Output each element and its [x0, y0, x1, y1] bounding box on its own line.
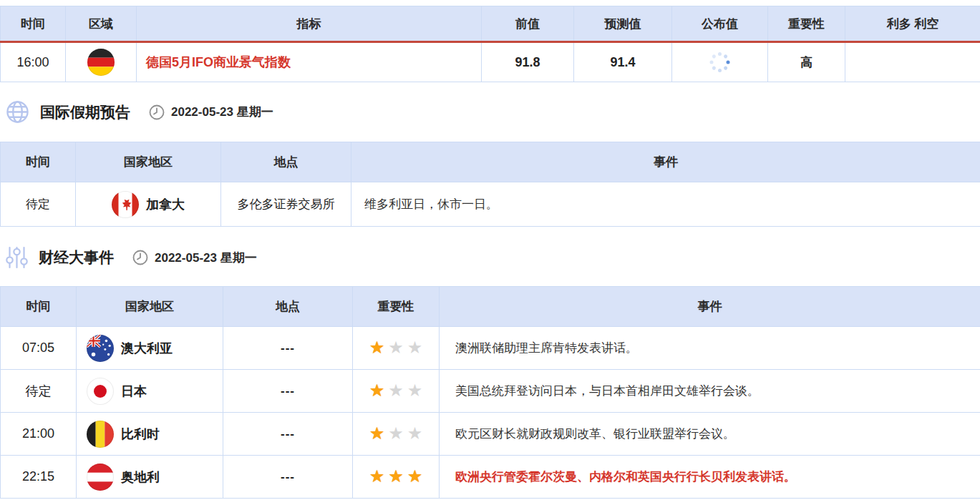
event-row[interactable]: 07:05 澳大利亚 --- ★★★ 澳洲联储助理主席肯特发表讲话。 [1, 327, 980, 370]
importance-cell: ★★★ [353, 370, 440, 413]
indicator-table-header-row: 时间 区域 指标 前值 预测值 公布值 重要性 利多 利空 [1, 6, 980, 42]
star-icon: ★ [388, 382, 404, 399]
star-icon: ★ [369, 425, 385, 442]
location-cell: --- [223, 370, 353, 413]
country-cell: 日本 [77, 370, 223, 413]
austria-flag-icon [87, 464, 114, 491]
globe-icon [6, 100, 29, 124]
column-header-indicator: 指标 [137, 6, 482, 42]
economic-calendar-page: 时间 区域 指标 前值 预测值 公布值 重要性 利多 利空 16:00 德国5月… [0, 6, 980, 499]
time-cell: 07:05 [1, 327, 77, 370]
column-header-event: 事件 [351, 142, 980, 182]
events-section-header: 财经大事件 2022-05-23 星期一 [0, 245, 980, 270]
star-icon: ★ [407, 339, 423, 356]
column-header-country: 国家地区 [76, 142, 221, 182]
importance-stars: ★★★ [369, 425, 423, 442]
sliders-icon [6, 245, 28, 270]
location-cell: --- [223, 456, 353, 499]
forecast-value-cell: 91.4 [574, 42, 672, 82]
previous-value-cell: 91.8 [482, 42, 574, 82]
importance-cell: 高 [768, 42, 845, 82]
time-cell: 待定 [1, 182, 76, 227]
importance-stars: ★★★ [369, 382, 423, 399]
star-icon: ★ [388, 468, 404, 485]
star-icon: ★ [407, 425, 423, 442]
germany-flag-icon [87, 49, 115, 76]
event-cell: 欧元区财长就财政规则改革、银行业联盟举行会议。 [440, 413, 980, 456]
holiday-section-header: 国际假期预告 2022-05-23 星期一 [0, 100, 980, 124]
indicator-row[interactable]: 16:00 德国5月IFO商业景气指数 91.8 91.4 高 [1, 42, 980, 82]
event-row[interactable]: 22:15 奥地利 --- ★★★ 欧洲央行管委霍尔茨曼、内格尔和英国央行行长贝… [1, 456, 980, 499]
event-cell: 美国总统拜登访问日本，与日本首相岸田文雄举行会谈。 [440, 370, 980, 413]
clock-icon [132, 250, 148, 265]
column-header-event: 事件 [440, 287, 980, 327]
time-cell: 待定 [1, 370, 77, 413]
bull-bear-cell [845, 42, 980, 82]
country-cell: 澳大利亚 [77, 327, 223, 370]
belgium-flag-icon [87, 421, 114, 448]
location-cell: --- [223, 413, 353, 456]
column-header-importance: 重要性 [353, 287, 440, 327]
time-cell: 16:00 [1, 42, 66, 82]
australia-flag-icon [87, 335, 114, 362]
country-name: 澳大利亚 [121, 340, 173, 357]
column-header-time: 时间 [1, 287, 77, 327]
country-name: 加拿大 [146, 196, 185, 213]
country-name: 奥地利 [121, 469, 160, 486]
importance-cell: ★★★ [353, 456, 440, 499]
holiday-table-header-row: 时间 国家地区 地点 事件 [1, 142, 980, 182]
events-section-title: 财经大事件 [39, 247, 114, 268]
country-cell: 加拿大 [76, 182, 221, 227]
country-cell: 奥地利 [77, 456, 223, 499]
japan-flag-icon [87, 378, 114, 405]
event-cell: 欧洲央行管委霍尔茨曼、内格尔和英国央行行长贝利发表讲话。 [440, 456, 980, 499]
holiday-table: 时间 国家地区 地点 事件 待定 加拿大 多伦多证券交易所 维多利亚日，休市一日… [0, 142, 980, 227]
indicator-name-cell: 德国5月IFO商业景气指数 [137, 42, 482, 82]
column-header-country: 国家地区 [77, 287, 223, 327]
column-header-published: 公布值 [672, 6, 768, 42]
column-header-region: 区域 [66, 6, 137, 42]
location-cell: 多伦多证券交易所 [221, 182, 351, 227]
column-header-location: 地点 [223, 287, 353, 327]
holiday-section-title: 国际假期预告 [40, 102, 130, 122]
star-icon: ★ [369, 339, 385, 356]
column-header-location: 地点 [221, 142, 351, 182]
column-header-forecast: 预测值 [574, 6, 672, 42]
importance-stars: ★★★ [369, 468, 423, 485]
events-section-date: 2022-05-23 星期一 [155, 250, 257, 266]
importance-cell: ★★★ [353, 327, 440, 370]
column-header-importance: 重要性 [768, 6, 845, 42]
star-icon: ★ [388, 425, 404, 442]
location-cell: --- [223, 327, 353, 370]
star-icon: ★ [369, 468, 385, 485]
importance-stars: ★★★ [369, 339, 423, 356]
loading-spinner-icon [709, 52, 731, 73]
column-header-previous: 前值 [482, 6, 574, 42]
canada-flag-icon [112, 191, 139, 218]
time-cell: 21:00 [1, 413, 77, 456]
column-header-time: 时间 [1, 142, 76, 182]
star-icon: ★ [407, 382, 423, 399]
column-header-time: 时间 [1, 6, 66, 42]
clock-icon [149, 104, 165, 120]
event-cell: 澳洲联储助理主席肯特发表讲话。 [440, 327, 980, 370]
time-cell: 22:15 [1, 456, 77, 499]
star-icon: ★ [369, 382, 385, 399]
star-icon: ★ [407, 468, 423, 485]
event-cell: 维多利亚日，休市一日。 [351, 182, 980, 227]
region-cell [66, 42, 137, 82]
published-value-cell [672, 42, 768, 82]
indicator-table: 时间 区域 指标 前值 预测值 公布值 重要性 利多 利空 16:00 德国5月… [0, 6, 980, 82]
country-name: 比利时 [121, 426, 160, 443]
importance-cell: ★★★ [353, 413, 440, 456]
country-cell: 比利时 [77, 413, 223, 456]
event-row[interactable]: 21:00 比利时 --- ★★★ 欧元区财长就财政规则改革、银行业联盟举行会议… [1, 413, 980, 456]
holiday-section-date: 2022-05-23 星期一 [171, 104, 273, 120]
events-table-header-row: 时间 国家地区 地点 重要性 事件 [1, 287, 980, 327]
holiday-row[interactable]: 待定 加拿大 多伦多证券交易所 维多利亚日，休市一日。 [1, 182, 980, 227]
country-name: 日本 [121, 383, 147, 400]
star-icon: ★ [388, 339, 404, 356]
column-header-bull-bear: 利多 利空 [845, 6, 980, 42]
event-row[interactable]: 待定 日本 --- ★★★ 美国总统拜登访问日本，与日本首相岸田文雄举行会谈。 [1, 370, 980, 413]
events-table: 时间 国家地区 地点 重要性 事件 07:05 澳大利亚 --- ★★★ 澳洲联… [0, 286, 980, 499]
